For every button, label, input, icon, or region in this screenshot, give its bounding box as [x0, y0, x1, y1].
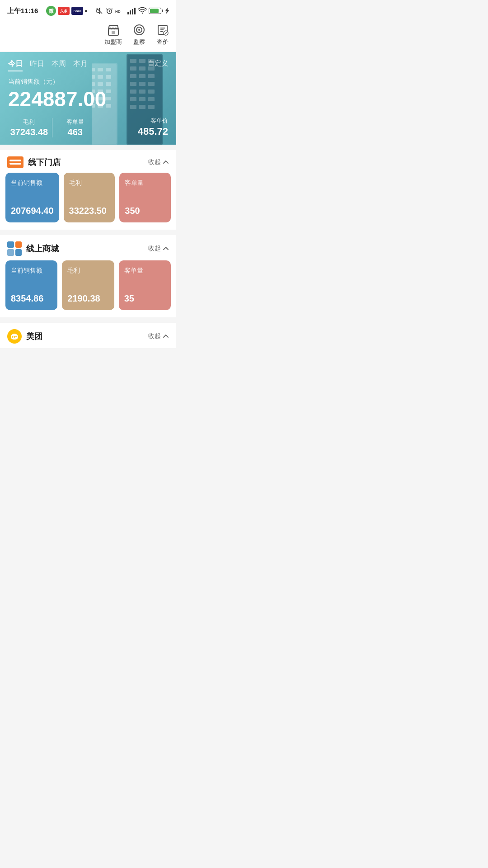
banner-main-value: 224887.00: [8, 88, 168, 111]
svg-rect-5: [132, 9, 133, 14]
charging-icon: [164, 7, 169, 14]
meituan-icon: [7, 329, 22, 344]
stat-unit-price: 客单价 485.72: [138, 117, 168, 137]
online-sales-label: 当前销售额: [11, 267, 52, 275]
offline-orders-value: 350: [125, 205, 165, 216]
stat-gross-profit-value: 37243.48: [8, 127, 50, 137]
offline-collapse-label: 收起: [148, 158, 161, 166]
online-orders-card: 客单量 35: [119, 260, 171, 310]
tab-yesterday[interactable]: 昨日: [30, 59, 44, 71]
banner-subtitle: 当前销售额（元）: [8, 78, 168, 86]
tab-today[interactable]: 今日: [8, 59, 23, 71]
meituan-section: 美团 收起: [0, 323, 176, 348]
svg-text:HD: HD: [115, 9, 121, 14]
mute-icon: [95, 7, 103, 15]
stat-gross-profit: 毛利 37243.48: [8, 118, 50, 137]
online-orders-label: 客单量: [124, 267, 165, 275]
svg-rect-8: [112, 31, 115, 34]
chevron-up-icon: [163, 159, 169, 165]
hd-icon: HD: [115, 7, 125, 14]
offline-section: 线下门店 收起 当前销售额 207694.40 毛利 33223.50 客单量 …: [0, 150, 176, 230]
online-store-icon: [7, 241, 22, 256]
offline-sales-label: 当前销售额: [11, 179, 54, 187]
wechat-icon: 微: [46, 6, 56, 16]
stat-divider-1: [52, 118, 52, 137]
header-nav: 加盟商 监察 查价: [0, 20, 176, 52]
online-section-title: 线上商城: [26, 243, 59, 254]
online-sales-card: 当前销售额 8354.86: [5, 260, 57, 310]
online-profit-card: 毛利 2190.38: [62, 260, 114, 310]
online-profit-value: 2190.38: [67, 293, 108, 304]
offline-profit-label: 毛利: [69, 179, 110, 187]
monitor-nav-label: 监察: [133, 38, 145, 46]
stat-order-count: 客单量 463: [54, 118, 96, 137]
svg-rect-6: [134, 8, 136, 14]
banner: 今日 昨日 本周 本月 自定义 当前销售额（元） 224887.00 毛利 37…: [0, 52, 176, 145]
online-section-header: 线上商城 收起: [0, 235, 176, 260]
offline-cards-grid: 当前销售额 207694.40 毛利 33223.50 客单量 350: [0, 173, 176, 230]
battery-indicator: [149, 8, 163, 14]
tab-month[interactable]: 本月: [73, 59, 88, 71]
price-nav-label: 查价: [157, 38, 169, 46]
store-icon: [107, 24, 120, 36]
date-tabs: 今日 昨日 本周 本月 自定义: [8, 59, 168, 71]
offline-orders-card: 客单量 350: [119, 173, 171, 222]
svg-rect-4: [130, 10, 131, 14]
tab-week[interactable]: 本周: [52, 59, 66, 71]
custom-date-button[interactable]: 自定义: [148, 59, 168, 68]
price-icon: [156, 24, 169, 36]
online-section: 线上商城 收起 当前销售额 8354.86 毛利 2190.38 客单量 35: [0, 235, 176, 317]
stat-unit-price-label: 客单价: [138, 117, 168, 125]
signal-icon: [127, 7, 136, 14]
nav-price[interactable]: 查价: [156, 24, 169, 46]
stat-unit-price-value: 485.72: [138, 126, 168, 137]
online-sales-value: 8354.86: [11, 293, 52, 304]
online-collapse-label: 收起: [148, 245, 161, 253]
offline-profit-card: 毛利 33223.50: [64, 173, 115, 222]
wifi-icon: [138, 7, 147, 14]
offline-sales-card: 当前销售额 207694.40: [5, 173, 59, 222]
status-right-icons: HD: [95, 7, 169, 15]
meituan-title-group: 美团: [7, 329, 42, 344]
offline-section-header: 线下门店 收起: [0, 150, 176, 173]
offline-title-group: 线下门店: [7, 156, 61, 168]
offline-orders-label: 客单量: [125, 179, 165, 187]
offline-profit-value: 33223.50: [69, 205, 110, 216]
online-cards-grid: 当前销售额 8354.86 毛利 2190.38 客单量 35: [0, 260, 176, 317]
online-orders-value: 35: [124, 293, 165, 304]
stat-order-count-value: 463: [54, 127, 96, 137]
chevron-up-icon-2: [163, 245, 169, 252]
online-title-group: 线上商城: [7, 241, 59, 256]
nav-store[interactable]: 加盟商: [104, 24, 122, 46]
stat-gross-profit-label: 毛利: [8, 118, 50, 126]
svg-point-11: [138, 29, 140, 31]
store-nav-label: 加盟商: [104, 38, 122, 46]
offline-section-title: 线下门店: [28, 157, 61, 168]
alarm-icon: [105, 7, 113, 15]
meituan-collapse-button[interactable]: 收起: [148, 332, 169, 340]
stat-order-count-label: 客单量: [54, 118, 96, 126]
offline-collapse-button[interactable]: 收起: [148, 158, 169, 166]
meituan-section-title: 美团: [26, 331, 42, 342]
status-dot: [85, 10, 87, 12]
online-collapse-button[interactable]: 收起: [148, 245, 169, 253]
meituan-section-header: 美团 收起: [0, 323, 176, 348]
nav-monitor[interactable]: 监察: [133, 24, 145, 46]
toutiao-icon: 头条: [58, 7, 70, 15]
offline-store-icon: [7, 156, 23, 168]
svg-rect-3: [127, 12, 129, 14]
app-icons: 微 头条 Soul: [46, 6, 87, 16]
chevron-up-icon-3: [163, 333, 169, 340]
soul-icon: Soul: [71, 7, 83, 15]
online-profit-label: 毛利: [67, 267, 108, 275]
status-bar: 上午11:16 微 头条 Soul HD: [0, 0, 176, 20]
offline-sales-value: 207694.40: [11, 205, 54, 216]
banner-stats: 毛利 37243.48 客单量 463: [8, 118, 96, 137]
monitor-icon: [133, 24, 145, 36]
meituan-collapse-label: 收起: [148, 332, 161, 340]
status-time: 上午11:16: [7, 7, 38, 15]
